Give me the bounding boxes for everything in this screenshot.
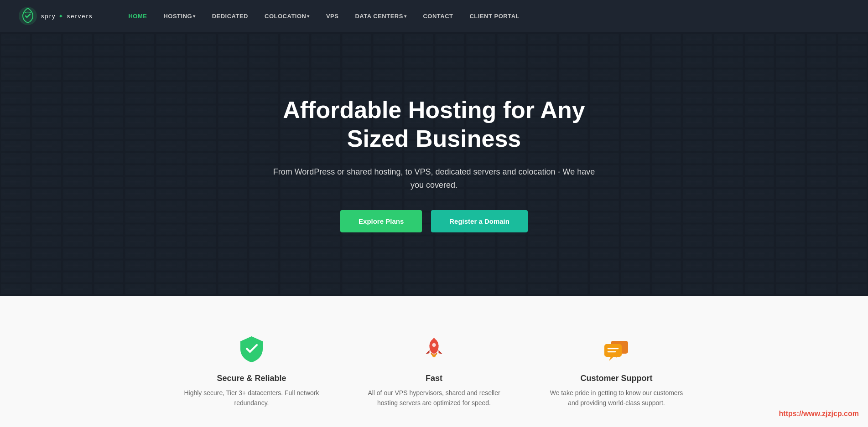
nav-item-client-portal[interactable]: CLIENT PORTAL <box>461 0 528 32</box>
nav-link-home[interactable]: HOME <box>120 0 155 32</box>
rocket-icon <box>418 333 450 365</box>
svg-rect-4 <box>604 344 622 357</box>
nav-item-hosting[interactable]: HOSTING▾ <box>155 0 203 32</box>
feature-support: Customer Support We take pride in gettin… <box>548 333 685 408</box>
nav-link-vps[interactable]: VPS <box>318 0 347 32</box>
nav-link-client-portal[interactable]: CLIENT PORTAL <box>461 0 528 32</box>
nav-item-vps[interactable]: VPS <box>318 0 347 32</box>
chat-icon <box>601 333 633 365</box>
support-desc: We take pride in getting to know our cus… <box>548 388 685 408</box>
nav-link-contact[interactable]: CONTACT <box>415 0 461 32</box>
feature-secure: Secure & Reliable Highly secure, Tier 3+… <box>183 333 320 408</box>
secure-title: Secure & Reliable <box>183 374 320 383</box>
explore-plans-button[interactable]: Explore Plans <box>340 210 422 232</box>
hero-content: Affordable Hosting for Any Sized Busines… <box>261 96 608 232</box>
features-section: Secure & Reliable Highly secure, Tier 3+… <box>0 296 868 427</box>
fast-desc: All of our VPS hypervisors, shared and r… <box>366 388 503 408</box>
datacenters-dropdown-arrow: ▾ <box>404 14 407 19</box>
shield-icon <box>236 333 268 365</box>
brand-logo[interactable]: spry ✦ servers <box>18 6 93 26</box>
nav-link-dedicated[interactable]: DEDICATED <box>204 0 256 32</box>
navbar: spry ✦ servers HOME HOSTING▾ DEDICATED C… <box>0 0 868 32</box>
nav-item-colocation[interactable]: COLOCATION▾ <box>256 0 318 32</box>
brand-text: spry ✦ servers <box>41 13 93 20</box>
nav-item-home[interactable]: HOME <box>120 0 155 32</box>
feature-fast: Fast All of our VPS hypervisors, shared … <box>366 333 503 408</box>
secure-desc: Highly secure, Tier 3+ datacenters. Full… <box>183 388 320 408</box>
register-domain-button[interactable]: Register a Domain <box>431 210 528 232</box>
support-title: Customer Support <box>548 374 685 383</box>
hero-buttons: Explore Plans Register a Domain <box>270 210 598 232</box>
nav-item-datacenters[interactable]: DATA CENTERS▾ <box>347 0 415 32</box>
watermark: https://www.zjzjcp.com <box>779 410 859 418</box>
logo-icon <box>18 6 37 26</box>
svg-point-2 <box>432 343 436 347</box>
nav-link-hosting[interactable]: HOSTING▾ <box>155 0 203 32</box>
hosting-dropdown-arrow: ▾ <box>193 14 196 19</box>
nav-link-colocation[interactable]: COLOCATION▾ <box>256 0 318 32</box>
fast-title: Fast <box>366 374 503 383</box>
hero-title: Affordable Hosting for Any Sized Busines… <box>270 96 598 153</box>
nav-links: HOME HOSTING▾ DEDICATED COLOCATION▾ VPS … <box>120 0 528 32</box>
nav-item-contact[interactable]: CONTACT <box>415 0 461 32</box>
nav-link-datacenters[interactable]: DATA CENTERS▾ <box>347 0 415 32</box>
hero-subtitle: From WordPress or shared hosting, to VPS… <box>270 165 598 192</box>
nav-item-dedicated[interactable]: DEDICATED <box>204 0 256 32</box>
colocation-dropdown-arrow: ▾ <box>307 14 310 19</box>
hero-section: Affordable Hosting for Any Sized Busines… <box>0 32 868 296</box>
